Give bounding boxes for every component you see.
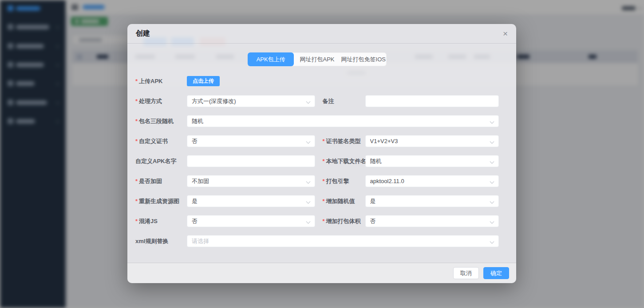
select-field[interactable]: 随机	[187, 115, 499, 127]
field-label: *上传APK	[135, 77, 187, 85]
required-asterisk: *	[135, 118, 138, 124]
field-label-text: 是否加固	[139, 178, 162, 184]
field-label: xml规则替换	[135, 237, 187, 245]
required-asterisk: *	[135, 178, 138, 184]
chevron-down-icon	[306, 180, 310, 184]
create-dialog: 创建 × APK包上传 网址打包APK 网址打包免签IOS *上传APK点击上传…	[127, 24, 516, 283]
tab-url-pack-ios[interactable]: 网址打包免签IOS	[340, 52, 387, 66]
field-label: 自定义APK名字	[135, 157, 187, 165]
field-label: *包名三段随机	[135, 117, 187, 125]
required-asterisk: *	[135, 78, 138, 84]
chevron-down-icon	[306, 140, 310, 144]
field-label-text: 增加打包体积	[326, 218, 361, 224]
field-label: *证书签名类型	[323, 137, 365, 145]
field-label: *重新生成资源图	[135, 197, 187, 205]
upload-apk-button[interactable]: 点击上传	[187, 76, 220, 86]
form-row: 自定义APK名字*本地下载文件名随机	[135, 155, 499, 167]
select-field[interactable]: apktool2.11.0	[365, 175, 499, 187]
select-field[interactable]: 请选择	[187, 235, 499, 247]
chevron-down-icon	[490, 220, 494, 224]
dialog-header: 创建 ×	[127, 24, 516, 44]
field-value: 是	[370, 197, 376, 205]
field-label-text: 自定义APK名字	[135, 158, 176, 164]
field-value: 否	[192, 217, 198, 225]
field-label-text: 打包引擎	[326, 178, 349, 184]
field-label-text: 包名三段随机	[139, 118, 174, 124]
text-input[interactable]	[187, 155, 315, 167]
field-label: *处理方式	[135, 97, 187, 105]
field-label: *打包引擎	[323, 177, 365, 185]
chevron-down-icon	[306, 100, 310, 104]
chevron-down-icon	[490, 160, 494, 164]
field-value: 随机	[370, 157, 382, 165]
select-field[interactable]: 不加固	[187, 175, 315, 187]
required-asterisk: *	[135, 218, 138, 224]
select-field[interactable]: 否	[187, 135, 315, 147]
tab-url-pack-apk[interactable]: 网址打包APK	[294, 52, 340, 66]
chevron-down-icon	[490, 120, 494, 124]
field-label: 备注	[323, 97, 365, 105]
chevron-down-icon	[306, 220, 310, 224]
form-row: *包名三段随机随机	[135, 115, 499, 127]
cancel-button[interactable]: 取消	[453, 267, 479, 279]
confirm-button[interactable]: 确定	[483, 267, 509, 279]
required-asterisk: *	[323, 178, 325, 184]
close-icon[interactable]: ×	[503, 29, 508, 38]
field-value: apktool2.11.0	[370, 178, 404, 184]
chevron-down-icon	[490, 180, 494, 184]
required-asterisk: *	[135, 98, 138, 104]
field-label-text: 混淆JS	[139, 218, 158, 224]
form-row: *上传APK点击上传	[135, 75, 499, 87]
dialog-body: APK包上传 网址打包APK 网址打包免签IOS *上传APK点击上传*处理方式…	[127, 44, 516, 247]
form-row: *重新生成资源图是*增加随机值是	[135, 195, 499, 207]
field-label-text: 证书签名类型	[326, 138, 361, 144]
field-value: 请选择	[192, 237, 209, 245]
chevron-down-icon	[490, 240, 494, 244]
select-field[interactable]: 方式一(深度修改)	[187, 95, 315, 107]
field-value: 否	[192, 137, 198, 145]
field-value: 随机	[192, 117, 203, 125]
select-field[interactable]: 否	[365, 215, 499, 227]
field-label: *是否加固	[135, 177, 187, 185]
form-row: *自定义证书否*证书签名类型V1+V2+V3	[135, 135, 499, 147]
form-row: xml规则替换请选择	[135, 235, 499, 247]
required-asterisk: *	[135, 198, 138, 204]
dialog-footer: 取消 确定	[127, 263, 516, 283]
form-row: *是否加固不加固*打包引擎apktool2.11.0	[135, 175, 499, 187]
select-field[interactable]: 是	[365, 195, 499, 207]
chevron-down-icon	[490, 140, 494, 144]
dialog-title: 创建	[136, 29, 150, 38]
select-field[interactable]: 否	[187, 215, 315, 227]
required-asterisk: *	[323, 218, 325, 224]
chevron-down-icon	[490, 200, 494, 204]
select-field[interactable]: 是	[187, 195, 315, 207]
field-value: V1+V2+V3	[370, 138, 398, 144]
field-label-text: 自定义证书	[139, 138, 168, 144]
form-row: *处理方式方式一(深度修改)备注	[135, 95, 499, 107]
required-asterisk: *	[323, 198, 325, 204]
modal-form: *上传APK点击上传*处理方式方式一(深度修改)备注*包名三段随机随机*自定义证…	[135, 75, 499, 247]
field-value: 否	[370, 217, 376, 225]
field-label-text: 本地下载文件名	[326, 158, 367, 164]
field-label-text: 处理方式	[139, 98, 162, 104]
field-value: 不加固	[192, 177, 209, 185]
field-label-text: 重新生成资源图	[139, 198, 179, 204]
select-field[interactable]: V1+V2+V3	[365, 135, 499, 147]
tab-bar: APK包上传 网址打包APK 网址打包免签IOS	[248, 52, 387, 66]
required-asterisk: *	[323, 158, 325, 164]
select-field[interactable]: 随机	[365, 155, 499, 167]
required-asterisk: *	[323, 138, 325, 144]
tab-apk-upload[interactable]: APK包上传	[248, 52, 294, 66]
field-label-text: 上传APK	[139, 78, 162, 84]
field-label: *本地下载文件名	[323, 157, 365, 165]
form-row: *混淆JS否*增加打包体积否	[135, 215, 499, 227]
field-value: 是	[192, 197, 198, 205]
field-label: *自定义证书	[135, 137, 187, 145]
field-label: *混淆JS	[135, 217, 187, 225]
field-value: 方式一(深度修改)	[192, 97, 236, 105]
field-label: *增加打包体积	[323, 217, 365, 225]
field-label: *增加随机值	[323, 197, 365, 205]
chevron-down-icon	[306, 200, 310, 204]
required-asterisk: *	[135, 138, 138, 144]
text-input[interactable]	[365, 95, 499, 107]
